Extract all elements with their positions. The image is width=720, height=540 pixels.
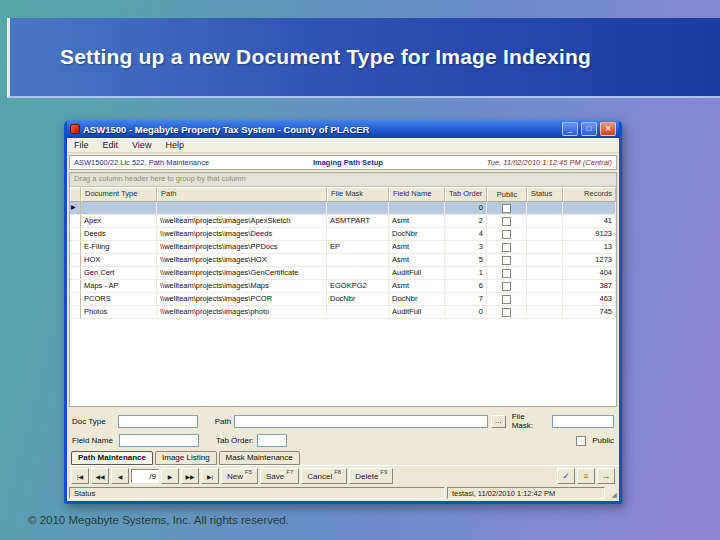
- minimize-button[interactable]: _: [562, 122, 578, 136]
- nav-last-button[interactable]: ▶|: [201, 468, 219, 484]
- grid-row[interactable]: HOX\\wellteam\projects\images\HOXAsmt512…: [70, 254, 616, 267]
- file-mask-cell: ASMTPART: [327, 215, 389, 227]
- public-checkbox[interactable]: [502, 243, 511, 252]
- close-button[interactable]: ✕: [600, 122, 616, 136]
- records-cell: 404: [563, 267, 616, 279]
- grid-row[interactable]: PCORS\\wellteam\projects\images\PCORDocN…: [70, 293, 616, 306]
- column-header-records[interactable]: Records: [563, 187, 616, 202]
- column-header-document-type[interactable]: Document Type: [81, 187, 157, 202]
- public-label: Public: [592, 436, 614, 445]
- tab-image-listing[interactable]: Image Listing: [155, 451, 217, 465]
- grid-row[interactable]: Photos\\wellteam\projects\images\photoAu…: [70, 306, 616, 319]
- public-cell[interactable]: [487, 241, 527, 253]
- public-checkbox[interactable]: [502, 282, 511, 291]
- tab-order-cell: 3: [445, 241, 487, 253]
- row-selector-cell: ▶: [70, 202, 81, 214]
- resize-grip[interactable]: ◢: [607, 487, 617, 499]
- public-cell[interactable]: [487, 293, 527, 305]
- public-checkbox[interactable]: [502, 256, 511, 265]
- cancel-button[interactable]: CancelF8: [301, 468, 347, 484]
- grid-group-hint: Drag a column header here to group by th…: [70, 173, 616, 187]
- menu-help[interactable]: Help: [158, 140, 191, 150]
- copyright-footer: © 2010 Megabyte Systems, Inc. All rights…: [28, 514, 289, 526]
- confirm-icon-button[interactable]: ✓: [557, 468, 575, 484]
- tab-path-maintenance[interactable]: Path Maintenance: [71, 451, 153, 465]
- public-checkbox[interactable]: [502, 217, 511, 226]
- file-mask-cell: [327, 202, 389, 214]
- path-cell: \\wellteam\projects\images\HOX: [157, 254, 327, 266]
- status-bar: Status testasi, 11/02/2010 1:12:42 PM ◢: [67, 486, 619, 501]
- field-name-cell: AuditFull: [389, 306, 445, 318]
- path-input[interactable]: [234, 415, 488, 428]
- path-cell: \\wellteam\projects\images\photo: [157, 306, 327, 318]
- nav-next-button[interactable]: ▶: [161, 468, 179, 484]
- public-checkbox[interactable]: [502, 204, 511, 213]
- grid-row[interactable]: Gen Cert\\wellteam\projects\images\GenCe…: [70, 267, 616, 280]
- column-header-field-name[interactable]: Field Name: [389, 187, 445, 202]
- public-checkbox[interactable]: [502, 295, 511, 304]
- new-fkey: F5: [245, 469, 252, 475]
- file-mask-input[interactable]: [552, 415, 614, 428]
- slide: Setting up a new Document Type for Image…: [0, 0, 720, 540]
- menu-view[interactable]: View: [125, 140, 158, 150]
- field-name-label: Field Name: [72, 436, 116, 445]
- public-cell[interactable]: [487, 254, 527, 266]
- field-name-cell: AuditFull: [389, 267, 445, 279]
- browse-button[interactable]: ...: [491, 415, 506, 428]
- row-selector-cell: [70, 241, 81, 253]
- tab-mask-maintenance[interactable]: Mask Maintenance: [219, 451, 300, 465]
- public-checkbox[interactable]: [502, 269, 511, 278]
- grid-row[interactable]: Apex\\wellteam\projects\images\ApexSketc…: [70, 215, 616, 228]
- session-info: ASW1500/22 Lic 522, Path Maintenance: [74, 158, 209, 167]
- grid-row[interactable]: E-Filing\\wellteam\projects\images\PPDoc…: [70, 241, 616, 254]
- cancel-fkey: F8: [334, 469, 341, 475]
- menu-edit[interactable]: Edit: [96, 140, 126, 150]
- public-cell[interactable]: [487, 280, 527, 292]
- new-button[interactable]: NewF5: [221, 468, 258, 484]
- column-header-file-mask[interactable]: File Mask: [327, 187, 389, 202]
- public-cell[interactable]: [487, 215, 527, 227]
- grid-header: Document Type Path File Mask Field Name …: [70, 187, 616, 202]
- column-header-public[interactable]: Public: [487, 187, 527, 202]
- doc-type-input[interactable]: [118, 415, 198, 428]
- column-header-status[interactable]: Status: [527, 187, 563, 202]
- grid-row[interactable]: ▶0: [70, 202, 616, 215]
- nav-prev-button[interactable]: ◀: [111, 468, 129, 484]
- file-mask-cell: [327, 254, 389, 266]
- save-button[interactable]: SaveF7: [260, 468, 299, 484]
- nav-next-page-button[interactable]: ▶▶: [181, 468, 199, 484]
- doc-type-cell: Photos: [81, 306, 157, 318]
- public-cell[interactable]: [487, 306, 527, 318]
- grid-row[interactable]: Deeds\\wellteam\projects\images\DeedsDoc…: [70, 228, 616, 241]
- record-counter[interactable]: /9: [131, 469, 159, 483]
- doc-type-cell: PCORS: [81, 293, 157, 305]
- exit-icon-button[interactable]: →: [597, 468, 615, 484]
- column-header-tab-order[interactable]: Tab Order: [445, 187, 487, 202]
- list-icon-button[interactable]: ≡: [577, 468, 595, 484]
- public-cell[interactable]: [487, 267, 527, 279]
- public-cell[interactable]: [487, 228, 527, 240]
- file-mask-cell: EP: [327, 241, 389, 253]
- path-cell: \\wellteam\projects\images\Maps: [157, 280, 327, 292]
- delete-button[interactable]: DeleteF9: [349, 468, 393, 484]
- tab-order-input[interactable]: [257, 434, 287, 447]
- maximize-button[interactable]: □: [581, 122, 597, 136]
- file-mask-label: File Mask:: [512, 412, 547, 430]
- grid-row[interactable]: Maps - AP\\wellteam\projects\images\Maps…: [70, 280, 616, 293]
- status-cell: [527, 267, 563, 279]
- public-checkbox[interactable]: [502, 308, 511, 317]
- records-cell: 41: [563, 215, 616, 227]
- column-header-path[interactable]: Path: [157, 187, 327, 202]
- public-checkbox[interactable]: [576, 436, 586, 446]
- nav-prev-page-button[interactable]: ◀◀: [91, 468, 109, 484]
- status-cell: [527, 254, 563, 266]
- field-name-input[interactable]: [119, 434, 199, 447]
- doc-type-cell: Deeds: [81, 228, 157, 240]
- window-titlebar[interactable]: ASW1500 - Megabyte Property Tax System -…: [67, 120, 619, 138]
- window-title: ASW1500 - Megabyte Property Tax System -…: [83, 124, 559, 135]
- public-cell[interactable]: [487, 202, 527, 214]
- nav-first-button[interactable]: |◀: [71, 468, 89, 484]
- save-button-label: Save: [266, 472, 284, 481]
- menu-file[interactable]: File: [67, 140, 96, 150]
- public-checkbox[interactable]: [502, 230, 511, 239]
